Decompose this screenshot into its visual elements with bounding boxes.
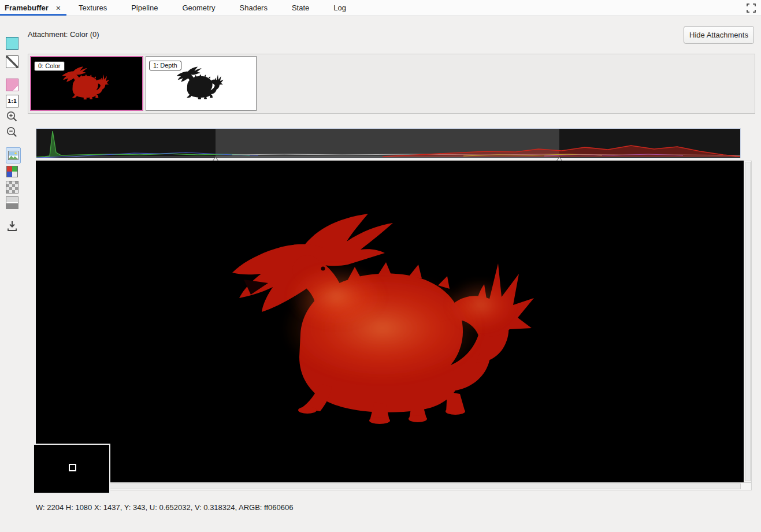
highlight-color-button[interactable] [6,79,18,91]
tab-pipeline-label: Pipeline [131,3,158,12]
zoom-in-icon [6,110,18,123]
diagonal-slash-icon [6,55,18,68]
tab-state-label: State [292,3,309,12]
tab-shaders[interactable]: Shaders [228,0,280,16]
rgb-channels-icon [6,166,18,177]
zoom-actual-size-button[interactable]: 1:1 [6,95,18,107]
texture-viewer-toolbar: 1:1 [0,16,25,532]
tab-bar: Framebuffer × Textures Pipeline Geometry… [0,0,761,16]
hide-attachments-button[interactable]: Hide Attachments [684,26,754,44]
tab-geometry[interactable]: Geometry [170,0,227,16]
alpha-checkerboard-button[interactable] [6,181,18,194]
background-color-button[interactable] [6,37,18,50]
zoom-in-button[interactable] [6,110,18,123]
attachment-chip-color: 0: Color [34,61,65,71]
tabbar-spacer [358,0,741,16]
pixel-context-preview [33,444,110,494]
fullscreen-button[interactable] [741,0,761,16]
save-download-icon [6,220,18,232]
one-to-one-icon: 1:1 [6,95,18,107]
attachments-strip: 0: Color 1: Depth [28,54,755,114]
tab-textures-label: Textures [79,3,107,12]
tab-log[interactable]: Log [321,0,358,16]
picture-icon [8,151,18,160]
vertical-scrollbar-thumb[interactable] [745,162,751,481]
tab-pipeline[interactable]: Pipeline [119,0,170,16]
cyan-swatch-icon [6,37,18,50]
attachment-thumbnail-color[interactable]: 0: Color [30,56,143,111]
texture-viewport[interactable] [36,161,744,482]
zoom-out-button[interactable] [6,126,18,139]
save-image-button[interactable] [6,220,18,232]
pink-swatch-icon [6,79,18,91]
display-image-mode-button[interactable] [6,148,21,163]
framebuffer-viewer-window: Framebuffer × Textures Pipeline Geometry… [0,0,761,532]
attachment-label: Attachment: Color (0) [28,30,99,39]
zoom-out-icon [6,126,18,139]
attachment-chip-depth: 1: Depth [149,61,181,70]
no-background-button[interactable] [6,55,18,68]
histogram-plot [36,128,741,158]
tab-framebuffer[interactable]: Framebuffer × [0,0,66,16]
image-mode-selected-frame [6,147,21,163]
status-text: W: 2204 H: 1080 X: 1437, Y: 343, U: 0.65… [36,503,293,512]
tab-close-icon[interactable]: × [56,4,61,12]
tab-state[interactable]: State [280,0,321,16]
rgb-channels-button[interactable] [6,165,18,178]
horizontal-scrollbar-thumb[interactable] [37,483,741,489]
checkerboard-icon [6,181,18,194]
tab-framebuffer-label: Framebuffer [5,3,49,12]
split-bars-icon [6,196,18,209]
attachment-thumbnail-depth[interactable]: 1: Depth [146,56,257,111]
horizontal-scrollbar[interactable] [36,482,752,490]
gray-split-button[interactable] [6,196,18,209]
fullscreen-icon [747,3,756,13]
dragon-eye [321,267,325,271]
tab-textures[interactable]: Textures [66,0,119,16]
rendered-texture-image [36,161,744,482]
picked-pixel-marker [69,464,76,471]
tab-log-label: Log [333,3,346,12]
vertical-scrollbar[interactable] [744,161,752,482]
tab-shaders-label: Shaders [240,3,268,12]
histogram-range-control[interactable] [36,128,741,158]
tab-geometry-label: Geometry [182,3,215,12]
